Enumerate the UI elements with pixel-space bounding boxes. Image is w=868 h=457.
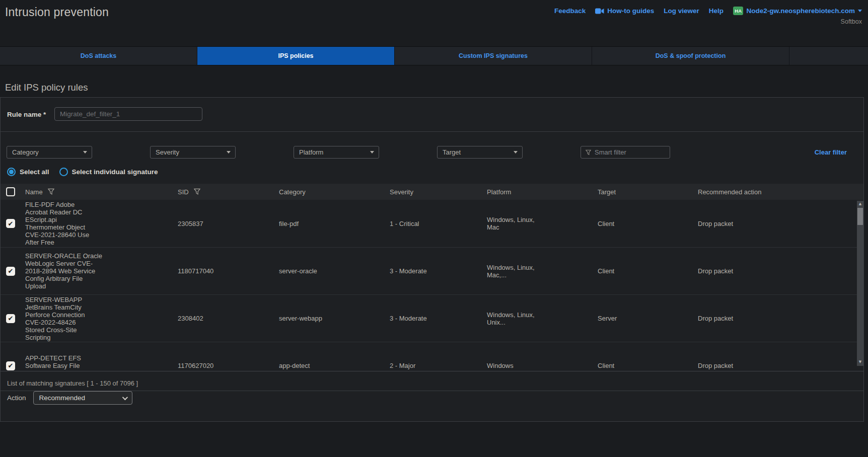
signature-category: server-webapp <box>279 315 390 322</box>
select-all-rows-checkbox[interactable] <box>6 187 15 196</box>
tab-custom-ips-signatures[interactable]: Custom IPS signatures <box>395 47 592 65</box>
signature-action: Drop packet <box>698 267 863 275</box>
tab-bar: DoS attacks IPS policies Custom IPS sign… <box>0 46 868 65</box>
smart-filter-input[interactable] <box>595 148 683 156</box>
scroll-up-icon[interactable]: ▲ <box>859 201 861 207</box>
chevron-down-icon <box>83 151 87 154</box>
column-category: Category <box>279 188 390 196</box>
row-checkbox[interactable] <box>6 219 15 228</box>
signature-target: Server <box>598 315 698 322</box>
environment-label: Softbox <box>841 18 862 25</box>
divider <box>1 131 863 132</box>
table-body: FILE-PDF Adobe Acrobat Reader DC EScript… <box>1 200 863 371</box>
selection-mode: Select all Select individual signature <box>7 168 158 176</box>
scroll-down-icon[interactable]: ▼ <box>859 359 861 365</box>
section-heading: Edit IPS policy rules <box>5 82 88 93</box>
chevron-down-icon <box>370 151 374 154</box>
signature-sid: 1170627020 <box>178 362 279 369</box>
signature-category: file-pdf <box>279 220 390 227</box>
column-severity: Severity <box>390 188 487 196</box>
table-row: SERVER-ORACLE Oracle WebLogic Server CVE… <box>1 247 863 294</box>
signature-platform: Windows, Linux, Mac,... <box>487 264 598 279</box>
log-viewer-link[interactable]: Log viewer <box>664 7 699 15</box>
signature-severity: 3 - Moderate <box>390 267 487 275</box>
signature-severity: 1 - Critical <box>390 220 487 227</box>
signature-platform: Windows, Linux, Mac <box>487 216 598 231</box>
video-camera-icon <box>595 8 604 14</box>
how-to-guides-link[interactable]: How-to guides <box>595 7 654 15</box>
page-title: Intrusion prevention <box>5 6 109 19</box>
action-label: Action <box>7 394 26 402</box>
signature-action: Drop packet <box>698 362 863 369</box>
signature-action: Drop packet <box>698 220 863 227</box>
edit-ips-policy-panel: Rule name * Category Severity Platform T… <box>0 97 864 422</box>
filter-icon[interactable] <box>194 188 200 195</box>
chevron-down-icon <box>514 151 518 154</box>
row-checkbox[interactable] <box>6 314 15 323</box>
signature-target: Client <box>598 267 698 275</box>
severity-filter-dropdown[interactable]: Severity <box>150 146 236 159</box>
signature-action: Drop packet <box>698 315 863 322</box>
table-scrollbar[interactable]: ▲ ▼ <box>857 201 863 366</box>
select-individual-signature-radio[interactable]: Select individual signature <box>59 168 158 176</box>
column-recommended-action: Recommended action <box>698 188 863 196</box>
signature-platform: Windows, Linux, Unix... <box>487 311 598 326</box>
column-target: Target <box>598 188 698 196</box>
radio-unselected-icon <box>59 168 68 176</box>
signature-target: Client <box>598 362 698 369</box>
signature-category: app-detect <box>279 362 390 369</box>
tab-dos-attacks[interactable]: DoS attacks <box>0 47 197 65</box>
row-checkbox[interactable] <box>6 267 15 276</box>
platform-filter-dropdown[interactable]: Platform <box>294 146 379 159</box>
table-row: APP-DETECT EFS Software Easy File Sharin… <box>1 342 863 371</box>
signature-name: FILE-PDF Adobe Acrobat Reader DC EScript… <box>25 201 178 246</box>
ha-badge: HA <box>733 7 743 15</box>
radio-selected-icon <box>7 168 16 176</box>
signature-severity: 2 - Major <box>390 362 487 369</box>
signature-target: Client <box>598 220 698 227</box>
column-sid: SID <box>178 188 189 196</box>
scrollbar-thumb[interactable] <box>857 208 863 225</box>
signature-name: SERVER-ORACLE Oracle WebLogic Server CVE… <box>25 252 178 290</box>
rule-name-input[interactable] <box>54 107 202 121</box>
signature-name: APP-DETECT EFS Software Easy File Sharin… <box>25 354 178 371</box>
chevron-down-icon <box>227 151 231 154</box>
action-bar: Action Recommended <box>7 391 132 405</box>
filter-icon[interactable] <box>48 188 54 195</box>
signature-sid: 1180717040 <box>178 267 279 275</box>
appliance-name: Node2-gw.neospherebiotech.com <box>746 7 855 15</box>
category-filter-dropdown[interactable]: Category <box>7 146 92 159</box>
tab-ips-policies[interactable]: IPS policies <box>197 47 395 65</box>
help-link[interactable]: Help <box>709 7 724 15</box>
chevron-down-icon <box>122 394 127 400</box>
chevron-down-icon <box>858 10 862 12</box>
intrusion-prevention-page: Intrusion prevention Feedback How-to gui… <box>0 0 868 457</box>
rule-name-label: Rule name * <box>7 111 46 118</box>
header-links: Feedback How-to guides Log viewer Help H… <box>554 7 862 15</box>
signature-platform: Windows <box>487 362 598 369</box>
column-name: Name <box>25 188 43 196</box>
filter-icon <box>586 149 591 156</box>
table-header: Name SID Category Severity Platform Targ… <box>1 184 863 200</box>
action-select[interactable]: Recommended <box>33 391 132 405</box>
select-all-radio[interactable]: Select all <box>7 168 49 176</box>
signature-sid: 2305837 <box>178 220 279 227</box>
appliance-menu[interactable]: HA Node2-gw.neospherebiotech.com <box>733 7 862 15</box>
tab-dos-spoof-protection[interactable]: DoS & spoof protection <box>592 47 789 65</box>
clear-filter-link[interactable]: Clear filter <box>815 148 847 156</box>
signature-sid: 2308402 <box>178 315 279 322</box>
smart-filter-field <box>581 146 670 159</box>
feedback-link[interactable]: Feedback <box>554 7 586 15</box>
signature-category: server-oracle <box>279 267 390 275</box>
signature-severity: 3 - Moderate <box>390 315 487 322</box>
column-platform: Platform <box>487 188 598 196</box>
signature-name: SERVER-WEBAPP JetBrains TeamCity Perforc… <box>25 296 178 341</box>
how-to-guides-label: How-to guides <box>607 7 654 15</box>
results-summary: List of matching signatures [ 1 - 150 of… <box>1 375 863 391</box>
target-filter-dropdown[interactable]: Target <box>437 146 523 159</box>
table-row: FILE-PDF Adobe Acrobat Reader DC EScript… <box>1 200 863 247</box>
table-row: SERVER-WEBAPP JetBrains TeamCity Perforc… <box>1 294 863 342</box>
row-checkbox[interactable] <box>6 361 15 370</box>
